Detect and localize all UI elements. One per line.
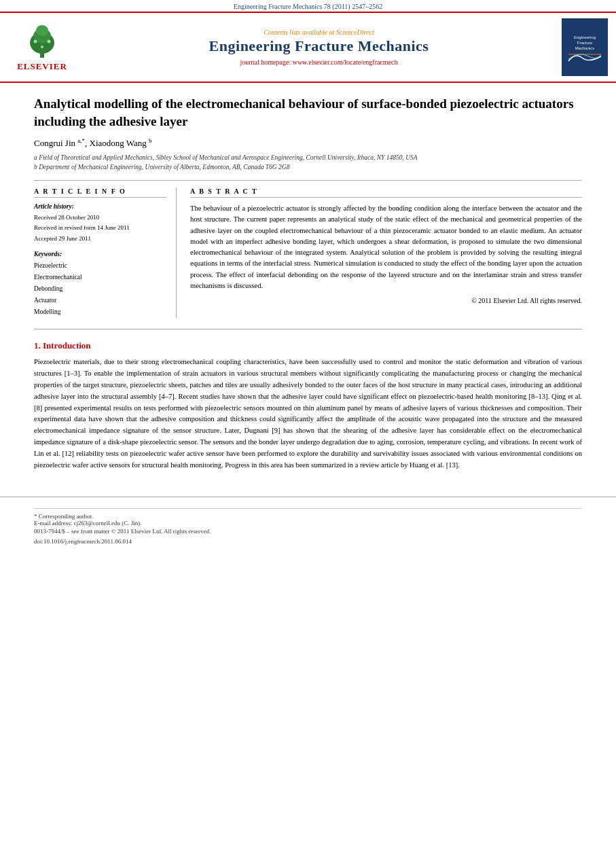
journal-info-bar: Engineering Fracture Mechanics 78 (2011)… bbox=[0, 0, 616, 12]
authors-line: Congrui Jin a,*, Xiaodong Wang b bbox=[34, 137, 582, 148]
abstract-header: A B S T R A C T bbox=[190, 187, 582, 198]
footer-note2: E-mail address: cj263@cornell.edu (C. Ji… bbox=[34, 520, 582, 526]
article-info-header: A R T I C L E I N F O bbox=[34, 187, 166, 198]
journal-thumb: Engineering Fracture Mechanics bbox=[562, 18, 608, 76]
article-meta-section: A R T I C L E I N F O Article history: R… bbox=[34, 180, 582, 318]
banner-center: Contents lists available at ScienceDirec… bbox=[76, 29, 562, 65]
keywords-label: Keywords: bbox=[34, 251, 166, 257]
journal-homepage-line: journal homepage: www.elsevier.com/locat… bbox=[76, 58, 562, 66]
svg-point-6 bbox=[41, 46, 43, 48]
keyword-2: Electromechanical bbox=[34, 272, 166, 283]
affiliations: a Field of Theoretical and Applied Mecha… bbox=[34, 153, 582, 173]
abstract-col: A B S T R A C T The behaviour of a piezo… bbox=[190, 187, 582, 318]
elsevier-logo: ELSEVIER bbox=[8, 22, 76, 72]
keywords-section: Keywords: Piezoelectric Electromechanica… bbox=[34, 251, 166, 318]
keywords-list: Piezoelectric Electromechanical Debondin… bbox=[34, 260, 166, 318]
elsevier-tree-icon bbox=[22, 22, 62, 60]
footer-doi: doi:10.1016/j.engfracmech.2011.06.014 bbox=[34, 537, 582, 546]
keyword-4: Actuator bbox=[34, 295, 166, 306]
section1-text1: Piezoelectric materials, due to their st… bbox=[34, 357, 582, 471]
svg-text:Mechanics: Mechanics bbox=[575, 46, 595, 50]
history-label: Article history: bbox=[34, 203, 166, 210]
page: Engineering Fracture Mechanics 78 (2011)… bbox=[0, 0, 616, 841]
keyword-3: Debonding bbox=[34, 283, 166, 295]
affiliation-b: b Department of Mechanical Engineering, … bbox=[34, 162, 582, 172]
keyword-1: Piezoelectric bbox=[34, 260, 166, 272]
revised-date: Received in revised form 14 June 2011 bbox=[34, 223, 166, 233]
journal-citation: Engineering Fracture Mechanics 78 (2011)… bbox=[234, 3, 382, 10]
accepted-date: Accepted 29 June 2011 bbox=[34, 234, 166, 244]
corresp-note: * Corresponding author. E-mail address: … bbox=[34, 508, 582, 526]
science-direct-line: Contents lists available at ScienceDirec… bbox=[76, 29, 562, 36]
received-date: Received 28 October 2010 bbox=[34, 213, 166, 223]
top-banner: ELSEVIER Contents lists available at Sci… bbox=[0, 12, 616, 83]
article-info-col: A R T I C L E I N F O Article history: R… bbox=[34, 187, 177, 318]
svg-point-4 bbox=[34, 40, 37, 43]
abstract-text: The behaviour of a piezoelectric actuato… bbox=[190, 203, 582, 291]
svg-point-5 bbox=[48, 40, 51, 43]
journal-thumb-icon: Engineering Fracture Mechanics bbox=[565, 31, 604, 65]
footer-license-text: 0013-7944/$ – see front matter © 2011 El… bbox=[34, 526, 582, 536]
svg-text:Engineering: Engineering bbox=[574, 35, 596, 39]
svg-text:Fracture: Fracture bbox=[577, 41, 593, 45]
section-divider bbox=[34, 329, 582, 329]
footer-license: 0013-7944/$ – see front matter © 2011 El… bbox=[34, 526, 582, 546]
page-footer: * Corresponding author. E-mail address: … bbox=[0, 497, 616, 552]
homepage-url[interactable]: www.elsevier.com/locate/engfracmech bbox=[293, 58, 398, 66]
affiliation-a: a Field of Theoretical and Applied Mecha… bbox=[34, 153, 582, 162]
keyword-5: Modelling bbox=[34, 306, 166, 318]
science-direct-link[interactable]: ScienceDirect bbox=[336, 29, 374, 36]
main-content: Analytical modelling of the electromecha… bbox=[0, 83, 616, 490]
authors-text: Congrui Jin a,*, Xiaodong Wang b bbox=[34, 138, 152, 148]
journal-title-banner: Engineering Fracture Mechanics bbox=[76, 37, 562, 55]
article-title: Analytical modelling of the electromecha… bbox=[34, 95, 582, 130]
abstract-copyright: © 2011 Elsevier Ltd. All rights reserved… bbox=[190, 297, 582, 304]
article-history: Received 28 October 2010 Received in rev… bbox=[34, 213, 166, 244]
elsevier-label: ELSEVIER bbox=[17, 61, 67, 72]
footer-note1: * Corresponding author. bbox=[34, 513, 582, 520]
section1-heading: 1. Introduction bbox=[34, 340, 582, 351]
svg-point-3 bbox=[36, 25, 48, 36]
